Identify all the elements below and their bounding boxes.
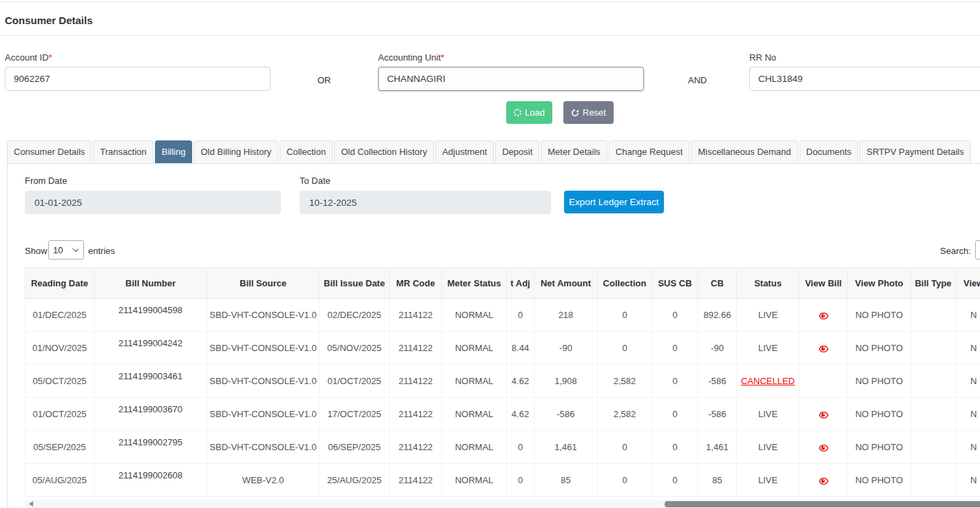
col-header-cb[interactable]: CB — [698, 268, 737, 299]
cell-bill-type — [911, 431, 956, 464]
tab-meter-details[interactable]: Meter Details — [541, 140, 607, 163]
cell-view-bill — [800, 365, 848, 398]
tab-miscellaneous-demand[interactable]: Miscellaneous Demand — [691, 140, 797, 163]
cell-mr-code: 2114122 — [390, 431, 442, 464]
from-date-input[interactable]: 01-01-2025 — [25, 191, 281, 214]
cell-bill-number: 2114199002795 — [94, 431, 207, 464]
cell-bill-source: SBD-VHT-CONSOLE-V1.0 — [207, 398, 320, 431]
cell-cb: -586 — [698, 365, 737, 398]
cell-sus-cb: 0 — [652, 431, 698, 464]
rr-no-label: RR No — [749, 52, 776, 63]
tab-consumer-details[interactable]: Consumer Details — [7, 140, 92, 163]
cell-net-amount: 85 — [534, 464, 598, 497]
cell-meter-status: NORMAL — [442, 332, 507, 365]
account-id-input[interactable]: 9062267 — [5, 67, 271, 91]
cell-adj: 4.62 — [507, 398, 534, 431]
col-header-collection[interactable]: Collection — [598, 268, 652, 299]
col-header-adj[interactable]: t Adj — [507, 268, 534, 299]
cell-status: LIVE — [737, 464, 800, 497]
tab-transaction[interactable]: Transaction — [93, 140, 153, 163]
col-header-sus-cb[interactable]: SUS CB — [652, 268, 698, 299]
cell-view-bill — [800, 299, 848, 332]
cell-view-bill — [800, 332, 848, 365]
col-header-bill-type[interactable]: Bill Type — [911, 268, 956, 299]
view-bill-eye-icon[interactable] — [819, 343, 828, 353]
cell-sus-cb: 0 — [652, 464, 698, 497]
view-bill-eye-icon[interactable] — [819, 310, 828, 320]
cell-status: LIVE — [737, 332, 800, 365]
tab-old-collection-history[interactable]: Old Collection History — [334, 140, 434, 163]
cell-adj: 0 — [507, 464, 534, 497]
table-row: 05/OCT/20252114199003461SBD-VHT-CONSOLE-… — [25, 365, 980, 398]
cell-adj: 0 — [507, 299, 534, 332]
col-header-bill-source[interactable]: Bill Source — [207, 268, 320, 299]
table-row: 01/OCT/20252114199003670SBD-VHT-CONSOLE-… — [25, 398, 980, 431]
accounting-unit-input[interactable]: CHANNAGIRI — [378, 67, 644, 91]
col-header-bill-number[interactable]: Bill Number — [94, 268, 207, 299]
col-header-view-photo[interactable]: View Photo — [848, 268, 911, 299]
load-button[interactable]: Load — [506, 101, 552, 124]
horizontal-scrollbar[interactable] — [25, 500, 980, 508]
cell-view-photo: NO PHOTO — [848, 299, 911, 332]
cell-sus-cb: 0 — [652, 365, 698, 398]
cell-bill-source: WEB-V2.0 — [207, 464, 320, 497]
tab-change-request[interactable]: Change Request — [609, 140, 690, 163]
tab-billing[interactable]: Billing — [155, 140, 193, 163]
page-size-select[interactable]: 10 — [48, 240, 84, 260]
cell-status: CANCELLED — [737, 365, 800, 398]
table-row: 01/NOV/20252114199004242SBD-VHT-CONSOLE-… — [25, 332, 980, 365]
col-header-view-bill[interactable]: View Bill — [800, 268, 848, 299]
billing-table-wrap: Reading DateBill NumberBill SourceBill I… — [25, 267, 980, 498]
reset-button[interactable]: Reset — [563, 101, 614, 124]
cell-mr-code: 2114122 — [390, 332, 442, 365]
col-header-reading-date[interactable]: Reading Date — [25, 268, 94, 299]
view-bill-eye-icon[interactable] — [819, 475, 828, 485]
cell-view-photo: NO PHOTO — [848, 464, 911, 497]
cell-mr-code: 2114122 — [390, 464, 442, 497]
cell-reading-date: 05/OCT/2025 — [25, 365, 94, 398]
cell-status: LIVE — [737, 398, 800, 431]
cell-net-amount: 1,461 — [534, 431, 598, 464]
rr-no-input[interactable]: CHL31849 — [749, 67, 980, 91]
cell-bill-number: 2114199003461 — [94, 365, 207, 398]
cell-collection: 2,582 — [598, 398, 652, 431]
col-header-bill-issue-date[interactable]: Bill Issue Date — [320, 268, 390, 299]
status-cancelled-link[interactable]: CANCELLED — [741, 376, 795, 386]
billing-table: Reading DateBill NumberBill SourceBill I… — [25, 267, 980, 497]
tab-deposit[interactable]: Deposit — [495, 140, 539, 163]
tab-collection[interactable]: Collection — [280, 140, 333, 163]
col-header-mr-code[interactable]: MR Code — [390, 268, 442, 299]
cell-bill-type — [911, 365, 956, 398]
col-header-status[interactable]: Status — [737, 268, 800, 299]
cell-collection: 0 — [598, 464, 652, 497]
scroll-left-arrow-icon[interactable] — [29, 501, 33, 507]
col-header-meter-status[interactable]: Meter Status — [442, 268, 507, 299]
page-title: Consumer Details — [5, 14, 93, 26]
cell-view-photo: NO PHOTO — [848, 431, 911, 464]
spinner-icon — [514, 109, 521, 116]
col-header-net-amount[interactable]: Net Amount — [534, 268, 598, 299]
tab-adjustment[interactable]: Adjustment — [435, 140, 494, 163]
cell-view: N — [956, 398, 980, 431]
cell-bill-type — [911, 332, 956, 365]
view-bill-eye-icon[interactable] — [819, 409, 828, 419]
search-input[interactable] — [975, 240, 980, 260]
export-ledger-extract-button[interactable]: Export Ledger Extract — [564, 191, 664, 213]
scrollbar-thumb[interactable] — [665, 501, 980, 507]
table-header-row: Reading DateBill NumberBill SourceBill I… — [25, 268, 980, 299]
tabs: Consumer DetailsTransactionBillingOld Bi… — [7, 140, 980, 163]
cell-reading-date: 01/NOV/2025 — [25, 332, 94, 365]
tab-documents[interactable]: Documents — [800, 140, 859, 163]
cell-reading-date: 05/AUG/2025 — [25, 464, 94, 497]
tab-srtpv-payment-details[interactable]: SRTPV Payment Details — [859, 140, 970, 163]
tab-old-billing-history[interactable]: Old Billing History — [194, 140, 278, 163]
cell-sus-cb: 0 — [652, 332, 698, 365]
to-date-input[interactable]: 10-12-2025 — [300, 191, 551, 214]
accounting-unit-label: Accounting Unit* — [378, 52, 444, 63]
cell-adj: 8.44 — [507, 332, 534, 365]
col-header-view[interactable]: View — [956, 268, 980, 299]
cell-bill-source: SBD-VHT-CONSOLE-V1.0 — [207, 332, 320, 365]
view-bill-eye-icon[interactable] — [819, 442, 828, 452]
cell-bill-number: 2114199002608 — [94, 464, 207, 497]
cell-collection: 2,582 — [598, 365, 652, 398]
